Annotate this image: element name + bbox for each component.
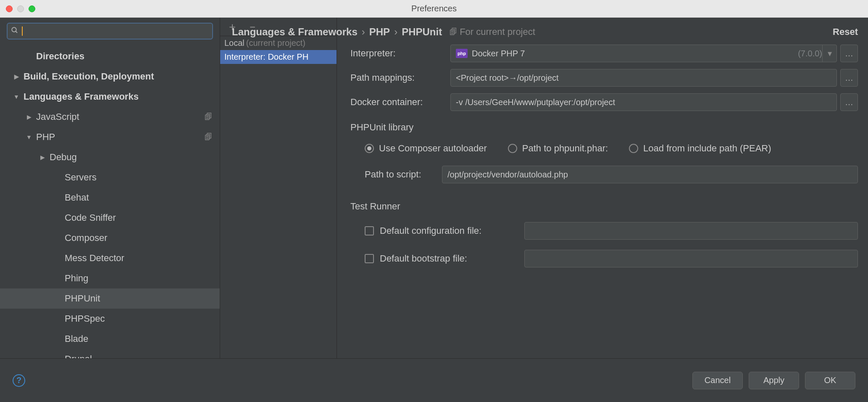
path-to-script-field[interactable]: /opt/project/vendor/autoload.php [442,166,858,183]
tree-item-code-sniffer[interactable]: Code Sniffer [0,208,220,228]
chevron-down-icon: ▼ [12,93,21,100]
phpunit-library-section: PHPUnit library [350,122,858,133]
scope-text: For current project [460,26,535,37]
mappings-label: Path mappings: [350,72,444,83]
ok-button[interactable]: OK [805,372,855,389]
window-title: Preferences [0,4,868,13]
interpreter-value: Docker PHP 7 [472,49,795,58]
tree-item-blade[interactable]: Blade [0,329,220,349]
config-file-field[interactable] [524,222,858,240]
phpunit-phar-radio[interactable]: Path to phpunit.phar: [508,143,608,154]
tree-item-label: PHP [36,132,205,143]
mappings-value: <Project root>→/opt/project [456,73,559,83]
interpreter-list[interactable]: Local (current project)Interpreter: Dock… [220,36,337,358]
chevron-right-icon: ▶ [24,114,34,120]
test-runner-section: Test Runner [350,201,858,212]
breadcrumb-part-1: PHP [369,26,390,38]
container-value: -v /Users/GeeH/www/putplayer:/opt/projec… [456,98,615,107]
bootstrap-checkbox[interactable] [365,254,374,263]
radio-icon [629,144,638,153]
mappings-field[interactable]: <Project root>→/opt/project [450,69,837,87]
interpreter-label: Interpreter: [350,48,444,59]
tree-item-label: Blade [65,333,220,344]
tree-item-behat[interactable]: Behat [0,188,220,208]
chevron-right-icon: ▶ [38,154,47,161]
breadcrumb-sep: › [394,26,397,38]
apply-button[interactable]: Apply [749,372,799,389]
composer-autoloader-radio[interactable]: Use Composer autoloader [365,143,487,154]
container-browse-button[interactable]: … [840,93,858,111]
tree-item-directories[interactable]: Directories [0,46,220,66]
tree-item-label: Build, Execution, Deployment [24,71,220,82]
tree-item-servers[interactable]: Servers [0,167,220,188]
settings-tree[interactable]: Directories▶Build, Execution, Deployment… [0,45,220,358]
svg-point-0 [12,27,16,32]
mappings-browse-button[interactable]: … [840,69,858,87]
tree-item-label: Phing [65,273,220,284]
scope-note: 🗐 For current project [450,26,535,37]
tree-item-label: PHPUnit [65,293,220,304]
project-scope-icon: 🗐 [205,113,212,122]
chevron-down-icon: ▾ [822,45,836,62]
include-path-radio[interactable]: Load from include path (PEAR) [629,143,771,154]
tree-item-languages-frameworks[interactable]: ▼Languages & Frameworks [0,87,220,107]
library-type-radios: Use Composer autoloader Path to phpunit.… [350,143,858,154]
tree-item-label: JavaScript [36,111,205,122]
tree-item-phpunit[interactable]: PHPUnit [0,288,220,309]
path-to-script-label: Path to script: [365,169,436,180]
radio-label: Use Composer autoloader [379,143,487,154]
bootstrap-field[interactable] [524,250,858,267]
radio-icon [365,144,374,153]
tree-item-composer[interactable]: Composer [0,228,220,248]
tree-item-label: Mess Detector [65,253,220,264]
path-to-script-value: /opt/project/vendor/autoload.php [447,170,568,180]
tree-item-drupal[interactable]: Drupal [0,349,220,358]
tree-item-label: Debug [50,152,220,163]
help-button[interactable]: ? [13,374,25,387]
breadcrumb-part-2: PHPUnit [402,26,442,38]
config-file-label: Default configuration file: [380,225,518,236]
radio-label: Path to phpunit.phar: [522,143,608,154]
tree-item-label: Directories [36,51,220,62]
search-icon [11,26,18,36]
dialog-footer: ? Cancel Apply OK [0,358,868,402]
settings-sidebar: Directories▶Build, Execution, Deployment… [0,18,220,358]
bootstrap-label: Default bootstrap file: [380,253,518,264]
chevron-down-icon: ▼ [24,134,34,140]
titlebar: Preferences [0,0,868,18]
tree-item-mess-detector[interactable]: Mess Detector [0,248,220,268]
project-scope-icon: 🗐 [450,28,457,37]
tree-item-debug[interactable]: ▶Debug [0,147,220,167]
tree-item-javascript[interactable]: ▶JavaScript🗐 [0,107,220,127]
tree-item-label: Composer [65,233,220,243]
cancel-button[interactable]: Cancel [692,372,743,389]
interpreter-dropdown[interactable]: php Docker PHP 7 (7.0.0) ▾ [450,45,837,62]
tree-item-label: Behat [65,192,220,203]
interpreter-version: (7.0.0) [798,49,822,58]
project-scope-icon: 🗐 [205,133,212,142]
container-field[interactable]: -v /Users/GeeH/www/putplayer:/opt/projec… [450,93,837,111]
container-label: Docker container: [350,97,444,108]
chevron-right-icon: ▶ [12,73,21,80]
php-remote-icon: php [456,49,468,58]
breadcrumb: Languages & Frameworks › PHP › PHPUnit 🗐… [232,26,535,38]
breadcrumb-sep: › [362,26,365,38]
tree-item-phpspec[interactable]: PHPSpec [0,309,220,329]
settings-search[interactable] [7,23,213,40]
interpreter-browse-button[interactable]: … [840,45,858,62]
search-input[interactable] [23,27,209,36]
interpreter-list-item[interactable]: Interpreter: Docker PH [220,50,337,64]
interpreter-list-pane: ＋ － Local (current project)Interpreter: … [220,18,337,358]
reset-link[interactable]: Reset [833,26,858,37]
breadcrumb-part-0: Languages & Frameworks [232,26,358,38]
tree-item-php[interactable]: ▼PHP🗐 [0,127,220,147]
tree-item-build-execution-deployment[interactable]: ▶Build, Execution, Deployment [0,66,220,87]
config-file-checkbox[interactable] [365,226,374,235]
tree-item-label: Code Sniffer [65,212,220,223]
radio-icon [508,144,517,153]
tree-item-label: Servers [65,172,220,183]
svg-line-1 [16,31,17,33]
tree-item-phing[interactable]: Phing [0,268,220,288]
list-item-label: Interpreter: Docker PH [224,52,308,62]
settings-form: Interpreter: php Docker PHP 7 (7.0.0) ▾ … [337,18,868,358]
